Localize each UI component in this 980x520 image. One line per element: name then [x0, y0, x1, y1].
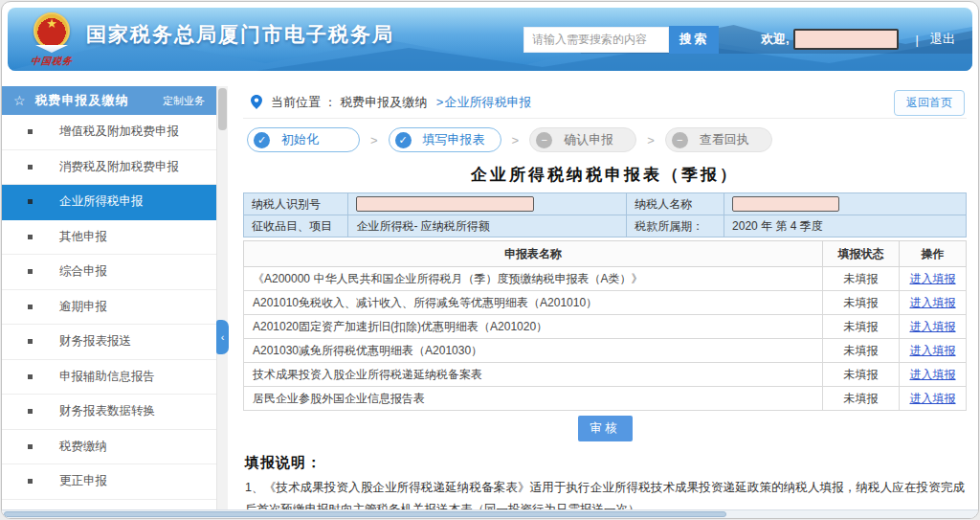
- audit-row: 审核: [243, 416, 967, 441]
- enter-filing-link[interactable]: 进入填报: [910, 272, 956, 285]
- enter-filing-link[interactable]: 进入填报: [910, 392, 956, 405]
- form-name: A201020固定资产加速折旧(扣除)优惠明细表（A201020）: [244, 315, 823, 339]
- levy-item-label: 征收品目、项目: [244, 215, 348, 237]
- col-status: 填报状态: [823, 241, 900, 267]
- table-row: 《A200000 中华人民共和国企业所得税月（季）度预缴纳税申报表（A类）》 未…: [244, 267, 967, 291]
- check-icon: ✓: [395, 132, 412, 148]
- form-name: A201030减免所得税优惠明细表（A201030）: [244, 339, 823, 363]
- status-badge: 未填报: [823, 315, 900, 339]
- step-initialize[interactable]: ✓ 初始化: [247, 127, 360, 152]
- form-name: 技术成果投资入股企业所得税递延纳税备案表: [244, 363, 823, 387]
- sidebar-item-corporate-income-tax[interactable]: 企业所得税申报: [2, 185, 216, 220]
- welcome-label: 欢迎,: [761, 31, 790, 48]
- step-fill-forms[interactable]: ✓ 填写申报表: [389, 127, 501, 152]
- emblem-star-icon: ★: [46, 17, 57, 30]
- bullet-icon: [28, 165, 33, 170]
- status-badge: 未填报: [823, 339, 900, 363]
- user-name-redacted: [793, 29, 899, 50]
- horizontal-scrollbar[interactable]: [2, 509, 978, 518]
- page: ★ 中国税务 国家税务总局厦门市电子税务局 搜索 欢迎, | 退出 ☆ 税费申报…: [1, 1, 979, 519]
- search-input[interactable]: [523, 27, 669, 53]
- step-separator: >: [512, 133, 520, 147]
- bullet-icon: [28, 444, 33, 449]
- step-view-receipt[interactable]: − 查看回执: [665, 127, 772, 152]
- form-name: A201010免税收入、减计收入、所得减免等优惠明细表（A201010）: [244, 291, 823, 315]
- taxpayer-name-label: 纳税人名称: [627, 193, 724, 215]
- sidebar-scrollbar[interactable]: [216, 86, 228, 518]
- enter-filing-link[interactable]: 进入填报: [910, 344, 956, 357]
- bullet-icon: [28, 339, 33, 344]
- form-name: 居民企业参股外国企业信息报告表: [244, 387, 823, 411]
- logo-caption: 中国税务: [30, 55, 73, 68]
- tax-bureau-logo: ★ 中国税务: [31, 12, 73, 68]
- breadcrumb-current-link[interactable]: 企业所得税申报: [444, 94, 531, 111]
- breadcrumb-prefix: 当前位置 ：: [271, 94, 340, 111]
- status-badge: 未填报: [823, 363, 900, 387]
- sidebar-collapse-tab[interactable]: ‹: [216, 320, 229, 354]
- step-separator: >: [370, 133, 378, 147]
- sidebar-item-tax-payment[interactable]: 税费缴纳: [2, 430, 216, 465]
- sidebar-item-other-filing[interactable]: 其他申报: [2, 220, 216, 256]
- collapse-arrow-icon: ‹: [221, 331, 225, 343]
- sidebar-item-comprehensive-filing[interactable]: 综合申报: [2, 255, 216, 290]
- step-wizard: ✓ 初始化 > ✓ 填写申报表 > − 确认申报 > − 查看回执: [247, 127, 967, 152]
- taxpayer-id-label: 纳税人识别号: [244, 193, 348, 215]
- back-home-button[interactable]: 返回首页: [894, 90, 965, 116]
- status-badge: 未填报: [823, 267, 900, 291]
- sidebar-scroll-thumb[interactable]: [218, 88, 227, 130]
- sidebar-item-aux-info-report[interactable]: 申报辅助信息报告: [2, 360, 216, 396]
- sidebar: ☆ 税费申报及缴纳 定制业务 增值税及附加税费申报 消费税及附加税费申报 企业所…: [2, 86, 228, 518]
- taxpayer-id-redacted: [356, 196, 534, 212]
- horizontal-scroll-thumb[interactable]: [4, 511, 726, 517]
- bullet-icon: [28, 199, 33, 204]
- sidebar-item-financial-data-convert[interactable]: 财务报表数据转换: [2, 395, 216, 430]
- breadcrumb-section: 税费申报及缴纳: [340, 94, 431, 111]
- bullet-icon: [28, 269, 33, 274]
- main-content: 当前位置 ： 税费申报及缴纳 > 企业所得税申报 返回首页 ✓ 初始化 > ✓ …: [228, 86, 978, 518]
- sidebar-item-correction-filing[interactable]: 更正申报: [2, 464, 216, 500]
- enter-filing-link[interactable]: 进入填报: [910, 296, 956, 309]
- period-value: 2020 年 第 4 季度: [724, 215, 967, 237]
- minus-icon: −: [536, 132, 552, 148]
- step-confirm-filing[interactable]: − 确认申报: [529, 127, 636, 152]
- sidebar-item-vat[interactable]: 增值税及附加税费申报: [2, 115, 216, 150]
- top-banner: ★ 中国税务 国家税务总局厦门市电子税务局 搜索 欢迎, | 退出: [8, 8, 972, 71]
- enter-filing-link[interactable]: 进入填报: [910, 320, 956, 333]
- sidebar-header: ☆ 税费申报及缴纳 定制业务: [2, 86, 216, 115]
- col-form-name: 申报表名称: [244, 241, 823, 267]
- table-row: 技术成果投资入股企业所得税递延纳税备案表 未填报 进入填报: [244, 363, 967, 387]
- step-separator: >: [647, 133, 655, 147]
- logout-button[interactable]: 退出: [930, 31, 955, 48]
- bullet-icon: [28, 235, 33, 239]
- location-pin-icon: [251, 95, 262, 109]
- emblem-wings-icon: [35, 45, 68, 53]
- bullet-icon: [28, 409, 33, 414]
- status-badge: 未填报: [823, 387, 900, 411]
- status-badge: 未填报: [823, 291, 900, 315]
- check-icon: ✓: [254, 132, 270, 148]
- table-row: A201010免税收入、减计收入、所得减免等优惠明细表（A201010） 未填报…: [244, 291, 967, 315]
- custom-business-link[interactable]: 定制业务: [163, 94, 205, 108]
- table-row: A201030减免所得税优惠明细表（A201030） 未填报 进入填报: [244, 339, 967, 363]
- period-label: 税款所属期：: [627, 215, 724, 237]
- sidebar-title: 税费申报及缴纳: [35, 92, 129, 109]
- bullet-icon: [28, 305, 33, 309]
- col-action: 操作: [900, 241, 967, 267]
- taxpayer-name-redacted: [732, 196, 839, 212]
- sidebar-item-financial-report[interactable]: 财务报表报送: [2, 325, 216, 360]
- national-emblem-icon: ★: [33, 12, 70, 49]
- minus-icon: −: [672, 132, 688, 148]
- table-header-row: 申报表名称 填报状态 操作: [244, 241, 967, 267]
- site-title: 国家税务总局厦门市电子税务局: [86, 21, 394, 48]
- enter-filing-link[interactable]: 进入填报: [910, 368, 956, 381]
- sidebar-item-consumption-tax[interactable]: 消费税及附加税费申报: [2, 150, 216, 186]
- bullet-icon: [28, 374, 33, 379]
- audit-button[interactable]: 审核: [578, 416, 633, 441]
- sidebar-item-overdue-filing[interactable]: 逾期申报: [2, 290, 216, 326]
- breadcrumb: 当前位置 ： 税费申报及缴纳 > 企业所得税申报 返回首页: [243, 86, 967, 119]
- form-title: 企业所得税纳税申报表（季报）: [243, 164, 967, 186]
- form-name: 《A200000 中华人民共和国企业所得税月（季）度预缴纳税申报表（A类）》: [244, 267, 823, 291]
- header-divider: |: [916, 33, 919, 47]
- search-button[interactable]: 搜索: [669, 26, 719, 54]
- breadcrumb-separator: >: [436, 95, 444, 109]
